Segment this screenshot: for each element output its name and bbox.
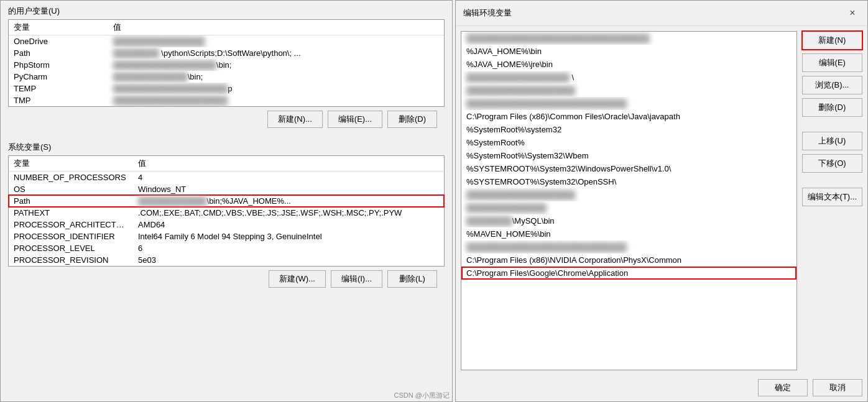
blurred-path: ██████████████████ [466,73,570,82]
table-row[interactable]: OneDrive ████████████████ [9,35,444,48]
dialog-bottom-buttons: 确定 取消 [456,375,867,401]
var-name: Path [9,195,133,207]
edit-env-var-dialog: 编辑环境变量 × ███████████████████████████████… [455,0,868,402]
blurred-value: ██████████████████ [113,60,216,70]
sys-col-val-header: 值 [133,156,444,171]
var-value: .COM;.EXE;.BAT;.CMD;.VBS;.VBE;.JS;.JSE;.… [133,207,444,219]
ellipsis: ... [294,48,301,58]
list-item[interactable]: ████████████████████████████ [461,97,796,110]
var-name: TMP [9,94,108,106]
blurred-value: ████████ [113,48,159,58]
blurred-path: ██████████████ [466,203,547,212]
sys-new-button[interactable]: 新建(W)... [269,270,326,288]
list-item[interactable]: ██████████████████ \ [461,71,796,84]
table-row[interactable]: PROCESSOR_REVISION 5e03 [9,254,444,266]
table-row[interactable]: NUMBER_OF_PROCESSORS 4 [9,171,444,184]
blurred-value: ████████████████████ [113,84,228,93]
user-vars-btn-row: 新建(N)... 编辑(E)... 删除(D) [8,107,445,132]
blurred-value: ████████████████ [113,37,205,46]
sys-vars-label: 系统变量(S) [8,142,445,153]
user-vars-table: 变量 值 OneDrive ████████████████ Path ████… [9,20,444,106]
table-row[interactable]: TMP ████████████████████ [9,94,444,106]
table-row[interactable]: Path ████████ \python\Scripts;D:\SoftWar… [9,47,444,59]
blurred-path: ███████████████████ [466,190,575,199]
table-row[interactable]: PROCESSOR_LEVEL 6 [9,242,444,254]
dialog-titlebar: 编辑环境变量 × [456,1,867,26]
var-name: NUMBER_OF_PROCESSORS [9,171,133,184]
list-item[interactable]: ██████████████ [461,201,796,214]
user-col-val-header: 值 [108,20,444,35]
list-item[interactable]: %SystemRoot%\System32\Wbem [461,149,796,162]
list-item[interactable]: %SYSTEMROOT%\System32\WindowsPowerShell\… [461,162,796,175]
blurred-value: ████████████████████ [113,96,228,105]
user-vars-table-container: 变量 值 OneDrive ████████████████ Path ████… [8,19,445,107]
var-name: PhpStorm [9,59,108,71]
sys-edit-button[interactable]: 编辑(I)... [331,270,382,288]
blurred-path: ███████████████████ [466,86,575,95]
table-row[interactable]: PATHEXT .COM;.EXE;.BAT;.CMD;.VBS;.VBE;.J… [9,207,444,219]
user-edit-button[interactable]: 编辑(E)... [328,111,382,128]
delete-path-button[interactable]: 删除(D) [802,98,862,117]
var-value: █████████████\bin; [108,71,444,83]
sys-vars-section: 系统变量(S) 变量 值 NUMBER_OF_PROCESSORS 4 OS [1,137,452,401]
edit-text-button[interactable]: 编辑文本(T)... [802,188,862,206]
blurred-path: ████████████████████████████ [466,99,627,108]
var-name: OS [9,183,133,195]
list-item[interactable]: %JAVA_HOME%\jre\bin [461,58,796,71]
new-path-button[interactable]: 新建(N) [802,31,862,50]
list-item[interactable]: %SYSTEMROOT%\System32\OpenSSH\ [461,175,796,188]
cancel-button[interactable]: 取消 [813,379,862,396]
sys-vars-table: 变量 值 NUMBER_OF_PROCESSORS 4 OS Windows_N… [9,156,444,266]
var-name: OneDrive [9,35,108,48]
sys-delete-button[interactable]: 删除(L) [387,270,437,288]
blurred-path: ████████ [466,216,512,226]
ok-button[interactable]: 确定 [758,379,808,396]
list-item[interactable]: C:\Program Files (x86)\Common Files\Orac… [461,110,796,123]
var-value: 6 [133,242,444,254]
list-item[interactable]: %MAVEN_HOME%\bin [461,227,796,240]
list-item[interactable]: %SystemRoot% [461,136,796,149]
watermark: CSDN @小黑游记 [394,391,450,400]
user-vars-label: 的用户变量(U) [8,6,445,17]
move-up-button[interactable]: 上移(U) [802,132,862,150]
list-item[interactable]: ███████████████████ [461,188,796,201]
list-item[interactable]: ████████\MySQL\bin [461,214,796,227]
list-item[interactable]: %JAVA_HOME%\bin [461,45,796,58]
list-item[interactable]: ███████████████████ [461,84,796,97]
browse-path-button[interactable]: 浏览(B)... [802,76,862,94]
table-row[interactable]: PhpStorm ██████████████████\bin; [9,59,444,71]
list-item[interactable]: C:\Program Files (x86)\NVIDIA Corporatio… [461,254,796,267]
table-row[interactable]: OS Windows_NT [9,183,444,195]
move-down-button[interactable]: 下移(O) [802,154,862,173]
blurred-value: ████████████ [138,196,207,206]
var-name: PyCharm [9,71,108,83]
var-value: ████████ \python\Scripts;D:\SoftWare\pyt… [108,47,444,59]
var-name: PATHEXT [9,207,133,219]
table-row[interactable]: PyCharm █████████████\bin; [9,71,444,83]
var-name: PROCESSOR_IDENTIFIER [9,231,133,242]
var-value: ██████████████████\bin; [108,59,444,71]
var-name: PROCESSOR_ARCHITECTURE [9,219,133,231]
table-row[interactable]: TEMP ████████████████████p [9,83,444,94]
list-item-highlighted[interactable]: C:\Program Files\Google\Chrome\Applicati… [461,267,796,280]
table-row[interactable]: PROCESSOR_IDENTIFIER Intel64 Family 6 Mo… [9,231,444,242]
table-row[interactable]: Path ████████████\bin;%JAVA_HOME%... [9,195,444,207]
sys-col-var-header: 变量 [9,156,133,171]
edit-path-button[interactable]: 编辑(E) [802,53,862,72]
list-item[interactable]: ████████████████████████████████ [461,32,796,45]
blurred-value: █████████████ [113,72,188,81]
path-list[interactable]: ████████████████████████████████ %JAVA_H… [461,31,797,370]
var-value: ████████████\bin;%JAVA_HOME%... [133,195,444,207]
user-col-var-header: 变量 [9,20,108,35]
list-item[interactable]: ████████████████████████████ [461,240,796,254]
var-name: PROCESSOR_REVISION [9,254,133,266]
user-new-button[interactable]: 新建(N)... [267,111,323,128]
spacer [802,121,862,128]
close-button[interactable]: × [845,6,860,21]
list-item[interactable]: %SystemRoot%\system32 [461,123,796,136]
var-name: Path [9,47,108,59]
var-value: AMD64 [133,219,444,231]
table-row[interactable]: PROCESSOR_ARCHITECTURE AMD64 [9,219,444,231]
right-button-group: 新建(N) 编辑(E) 浏览(B)... 删除(D) 上移(U) 下移(O) 编… [802,31,862,370]
user-delete-button[interactable]: 删除(D) [387,111,437,128]
